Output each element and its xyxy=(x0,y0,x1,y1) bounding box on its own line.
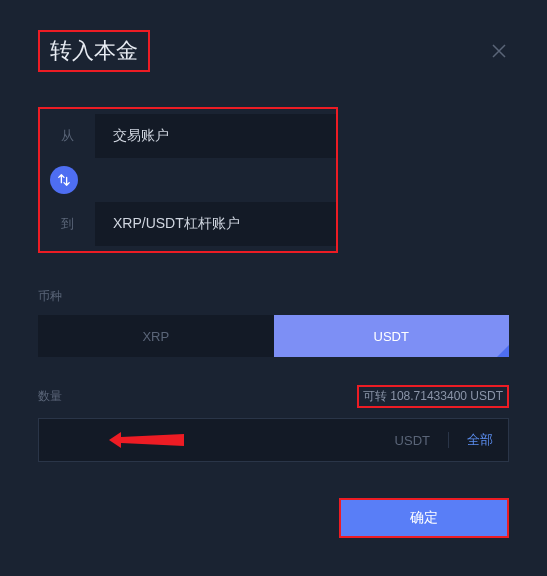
amount-label: 数量 xyxy=(38,388,62,405)
amount-all-button[interactable]: 全部 xyxy=(467,431,493,449)
currency-selector: XRP USDT xyxy=(38,315,509,357)
swap-icon xyxy=(57,173,71,187)
confirm-button[interactable]: 确定 xyxy=(339,498,509,538)
from-label: 从 xyxy=(40,127,95,145)
currency-tab-xrp[interactable]: XRP xyxy=(38,315,274,357)
modal-title: 转入本金 xyxy=(38,30,150,72)
to-account-value: XRP/USDT杠杆账户 xyxy=(95,202,336,246)
from-account-row[interactable]: 从 交易账户 xyxy=(40,114,336,158)
available-balance: 可转 108.71433400 USDT xyxy=(357,385,509,408)
from-account-value: 交易账户 xyxy=(95,114,336,158)
swap-accounts-button[interactable] xyxy=(50,166,78,194)
amount-currency-suffix: USDT xyxy=(395,433,430,448)
close-button[interactable] xyxy=(489,41,509,61)
amount-input[interactable] xyxy=(54,432,395,448)
currency-tab-usdt[interactable]: USDT xyxy=(274,315,510,357)
to-account-row[interactable]: 到 XRP/USDT杠杆账户 xyxy=(40,202,336,246)
close-icon xyxy=(492,44,506,58)
currency-label: 币种 xyxy=(38,288,509,305)
amount-input-container: USDT 全部 xyxy=(38,418,509,462)
transfer-accounts-section: 从 交易账户 到 XRP/USDT杠杆账户 xyxy=(38,107,338,253)
to-label: 到 xyxy=(40,215,95,233)
suffix-divider xyxy=(448,432,449,448)
